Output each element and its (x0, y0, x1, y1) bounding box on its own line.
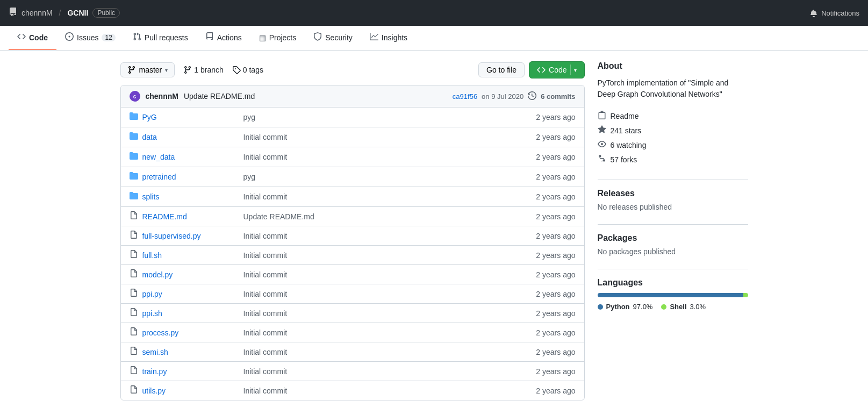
sidebar-divider-2 (598, 224, 748, 225)
file-time: 2 years ago (522, 173, 576, 181)
tab-projects[interactable]: ▦ Projects (250, 27, 305, 49)
language-legend: Python97.0%Shell3.0% (598, 303, 748, 311)
file-time: 2 years ago (522, 328, 576, 337)
file-name[interactable]: splits (142, 192, 239, 201)
file-icon (130, 385, 138, 396)
sidebar-stat-item[interactable]: 57 forks (598, 152, 748, 167)
table-row[interactable]: pretrainedpyg2 years ago (121, 167, 584, 187)
about-section: About PyTorch implementation of "Simple … (598, 61, 748, 167)
file-commit-message: Initial commit (243, 367, 518, 376)
sidebar-stat-item[interactable]: 241 stars (598, 123, 748, 138)
no-packages-text: No packages published (598, 247, 748, 256)
table-row[interactable]: train.pyInitial commit2 years ago (121, 362, 584, 381)
file-name[interactable]: data (142, 133, 239, 141)
table-row[interactable]: ppi.shInitial commit2 years ago (121, 304, 584, 323)
file-time: 2 years ago (522, 133, 576, 141)
sidebar-stat-item[interactable]: 6 watching (598, 138, 748, 152)
table-row[interactable]: full.shInitial commit2 years ago (121, 246, 584, 265)
file-name[interactable]: full-supervised.py (142, 232, 239, 240)
sidebar-stat-item[interactable]: Readme (598, 109, 748, 123)
languages-section: Languages Python97.0%Shell3.0% (598, 278, 748, 311)
tab-insights[interactable]: Insights (361, 26, 416, 50)
file-icon (130, 327, 138, 338)
issues-count: 12 (102, 34, 115, 41)
stat-icon-3 (598, 154, 606, 164)
repo-tabs: Code Issues 12 Pull requests Actions ▦ P… (0, 26, 868, 51)
python-bar-segment (598, 293, 744, 297)
tab-security[interactable]: Security (305, 26, 361, 50)
table-row[interactable]: PyGpyg2 years ago (121, 108, 584, 127)
commit-author[interactable]: chennnM (146, 92, 178, 101)
file-time: 2 years ago (522, 113, 576, 121)
folder-icon (130, 132, 138, 142)
lang-color-dot (661, 304, 666, 310)
tab-code-label: Code (29, 33, 48, 42)
commits-count-link[interactable]: 6 commits (541, 92, 575, 101)
branch-selector[interactable]: master ▾ (120, 62, 175, 77)
file-name[interactable]: new_data (142, 153, 239, 161)
code-chevron-icon: ▾ (574, 67, 577, 73)
file-name[interactable]: semi.sh (142, 348, 239, 356)
file-rows-container: PyGpyg2 years agodataInitial commit2 yea… (121, 108, 584, 400)
goto-file-button[interactable]: Go to file (478, 62, 525, 77)
branch-count-link[interactable]: 1 branch (183, 66, 223, 74)
file-time: 2 years ago (522, 309, 576, 318)
issues-icon (65, 32, 74, 42)
file-commit-message: Initial commit (243, 270, 518, 279)
tab-issues[interactable]: Issues 12 (56, 26, 124, 50)
file-time: 2 years ago (522, 386, 576, 395)
file-time: 2 years ago (522, 367, 576, 376)
file-commit-message: Initial commit (243, 290, 518, 298)
file-icon (130, 347, 138, 357)
file-name[interactable]: ppi.py (142, 290, 239, 298)
table-row[interactable]: utils.pyInitial commit2 years ago (121, 381, 584, 400)
lang-name: Python (606, 303, 630, 311)
file-name[interactable]: utils.py (142, 386, 239, 395)
file-name[interactable]: PyG (142, 113, 239, 121)
table-row[interactable]: process.pyInitial commit2 years ago (121, 323, 584, 342)
code-button[interactable]: Code ▾ (529, 61, 584, 78)
file-name[interactable]: model.py (142, 270, 239, 279)
table-row[interactable]: model.pyInitial commit2 years ago (121, 265, 584, 284)
file-time: 2 years ago (522, 290, 576, 298)
repo-name[interactable]: GCNII (67, 9, 88, 17)
table-row[interactable]: splitsInitial commit2 years ago (121, 187, 584, 207)
table-row[interactable]: ppi.pyInitial commit2 years ago (121, 284, 584, 304)
sidebar-stats-container: Readme241 stars6 watching57 forks (598, 109, 748, 167)
notifications-button[interactable]: Notifications (809, 9, 859, 17)
about-title: About (598, 61, 748, 71)
file-name[interactable]: process.py (142, 328, 239, 337)
table-row[interactable]: README.mdUpdate README.md2 years ago (121, 207, 584, 226)
code-button-label: Code (549, 66, 566, 74)
file-icon (130, 289, 138, 299)
tags-count-link[interactable]: 0 tags (232, 66, 263, 74)
file-commit-message: pyg (243, 113, 518, 121)
tab-pull-requests[interactable]: Pull requests (124, 26, 197, 50)
file-name[interactable]: full.sh (142, 251, 239, 260)
repo-owner[interactable]: chennnM (21, 9, 53, 17)
file-name[interactable]: pretrained (142, 173, 239, 181)
file-name[interactable]: train.py (142, 367, 239, 376)
tab-issues-label: Issues (77, 33, 98, 42)
table-row[interactable]: full-supervised.pyInitial commit2 years … (121, 226, 584, 246)
actions-icon (205, 32, 214, 42)
commit-hash[interactable]: ca91f56 (453, 92, 477, 101)
file-icon (130, 366, 138, 376)
slash-separator: / (59, 9, 61, 17)
tab-security-label: Security (325, 33, 353, 42)
file-name[interactable]: ppi.sh (142, 309, 239, 318)
language-item: Shell3.0% (661, 303, 706, 311)
file-icon (130, 231, 138, 241)
file-commit-message: Initial commit (243, 386, 518, 395)
table-row[interactable]: new_dataInitial commit2 years ago (121, 147, 584, 167)
main-content: master ▾ 1 branch 0 tags Go to file (112, 51, 757, 408)
file-commit-message: Initial commit (243, 192, 518, 201)
table-row[interactable]: dataInitial commit2 years ago (121, 127, 584, 147)
file-commit-message: Initial commit (243, 328, 518, 337)
tab-actions[interactable]: Actions (197, 26, 250, 50)
file-commit-message: Initial commit (243, 153, 518, 161)
tab-code[interactable]: Code (9, 26, 56, 50)
history-icon (528, 91, 536, 102)
file-name[interactable]: README.md (142, 212, 239, 221)
table-row[interactable]: semi.shInitial commit2 years ago (121, 342, 584, 362)
